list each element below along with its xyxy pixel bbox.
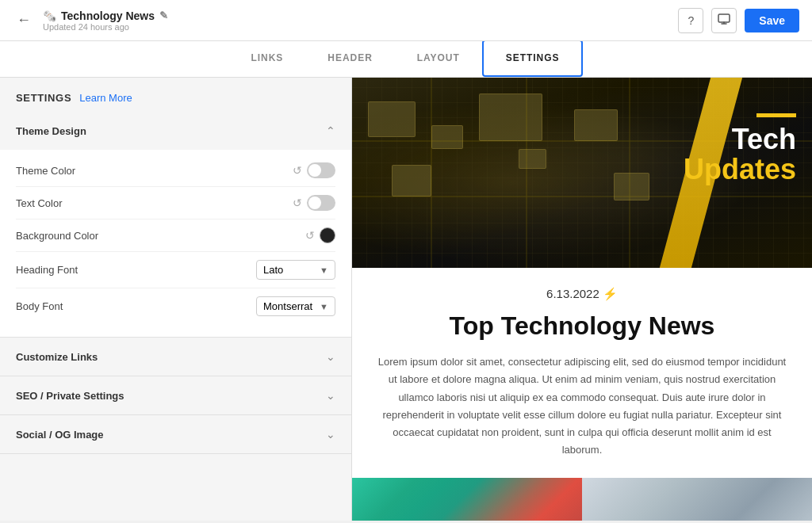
customize-links-section[interactable]: Customize Links ⌄ [0,338,351,376]
seo-settings-title: SEO / Private Settings [16,390,124,402]
page-title: 🗞️ Technology News ✎ [43,10,168,22]
heading-font-control: Lato ▼ [256,260,335,280]
theme-design-body: Theme Color ↺ Text Color ↺ Backg [0,150,351,337]
preview-content: 6.13.2022 ⚡ Top Technology News Lorem ip… [352,268,812,521]
social-og-chevron-icon: ⌄ [326,428,335,441]
customize-links-title: Customize Links [16,351,98,363]
heading-font-value: Lato [263,264,316,276]
top-bar-left: ← 🗞️ Technology News ✎ Updated 24 hours … [13,10,168,32]
background-color-swatch[interactable] [320,227,335,243]
background-color-label: Background Color [16,230,98,242]
theme-color-row: Theme Color ↺ [16,155,335,187]
text-color-control: ↺ [293,195,335,211]
preview-panel: Tech Updates 6.13.2022 ⚡ Top Technology … [352,78,812,521]
tab-layout[interactable]: LAYOUT [395,41,482,77]
background-color-reset-icon[interactable]: ↺ [305,229,315,242]
nav-tabs: LINKS HEADER LAYOUT SETTINGS [0,41,812,78]
preview-cards: Oracle Autonomous [352,478,812,521]
back-button[interactable]: ← [13,10,35,32]
theme-design-title: Theme Design [16,125,86,137]
seo-settings-section[interactable]: SEO / Private Settings ⌄ [0,376,351,415]
help-icon: ? [688,14,694,27]
page-subtitle: Updated 24 hours ago [43,22,168,32]
save-button[interactable]: Save [745,9,799,32]
newspaper-icon: 🗞️ [43,10,56,22]
help-button[interactable]: ? [678,8,703,33]
tab-settings[interactable]: SETTINGS [482,40,584,77]
social-og-section[interactable]: Social / OG Image ⌄ [0,415,351,454]
theme-color-reset-icon[interactable]: ↺ [293,164,302,177]
hero-tech-label: Tech [684,125,796,154]
text-color-reset-icon[interactable]: ↺ [293,197,302,209]
body-font-label: Body Font [16,300,63,312]
theme-color-control: ↺ [293,162,335,178]
preview-button[interactable] [711,8,737,33]
main-layout: SETTINGS Learn More Theme Design ⌃ Theme… [0,78,812,521]
chevron-up-icon: ⌃ [326,124,335,137]
sidebar-title: SETTINGS [16,92,71,104]
preview-icon [718,13,730,28]
tab-links[interactable]: LINKS [229,41,306,77]
text-color-toggle[interactable] [307,195,335,211]
body-font-select[interactable]: Montserrat ▼ [256,296,335,316]
yellow-bar [756,113,796,117]
preview-body-text: Lorem ipsum dolor sit amet, consectetur … [352,353,812,478]
body-font-control: Montserrat ▼ [256,296,335,316]
sidebar-header: SETTINGS Learn More [0,78,351,112]
heading-font-label: Heading Font [16,264,78,276]
edit-icon[interactable]: ✎ [159,10,168,21]
body-font-value: Montserrat [263,300,316,312]
learn-more-link[interactable]: Learn More [79,92,132,104]
theme-design-header[interactable]: Theme Design ⌃ [0,112,351,150]
preview-date: 6.13.2022 ⚡ [352,268,812,307]
page-title-group: 🗞️ Technology News ✎ Updated 24 hours ag… [43,10,168,32]
top-bar: ← 🗞️ Technology News ✎ Updated 24 hours … [0,0,812,41]
text-color-label: Text Color [16,197,63,209]
text-color-row: Text Color ↺ [16,187,335,220]
theme-color-label: Theme Color [16,165,75,177]
customize-links-chevron-icon: ⌄ [326,350,335,363]
theme-color-toggle[interactable] [307,162,335,178]
svg-rect-0 [718,14,730,22]
background-color-control: ↺ [305,227,335,243]
heading-font-arrow-icon: ▼ [320,265,328,275]
heading-font-select[interactable]: Lato ▼ [256,260,335,280]
top-bar-right: ? Save [678,8,799,33]
back-icon: ← [17,12,31,29]
background-color-row: Background Color ↺ [16,220,335,252]
body-font-arrow-icon: ▼ [320,302,328,311]
tab-header[interactable]: HEADER [305,41,394,77]
sidebar: SETTINGS Learn More Theme Design ⌃ Theme… [0,78,352,521]
preview-main-title: Top Technology News [352,307,812,353]
hero-updates-label: Updates [684,154,796,185]
preview-hero: Tech Updates [352,78,812,268]
theme-design-section: Theme Design ⌃ Theme Color ↺ Text Color … [0,112,351,338]
preview-card-left: Oracle Autonomous [352,478,582,521]
hero-text: Tech Updates [684,125,796,185]
social-og-title: Social / OG Image [16,429,104,441]
preview-card-right [582,478,812,521]
seo-settings-chevron-icon: ⌄ [326,389,335,402]
heading-font-row: Heading Font Lato ▼ [16,252,335,288]
body-font-row: Body Font Montserrat ▼ [16,288,335,324]
